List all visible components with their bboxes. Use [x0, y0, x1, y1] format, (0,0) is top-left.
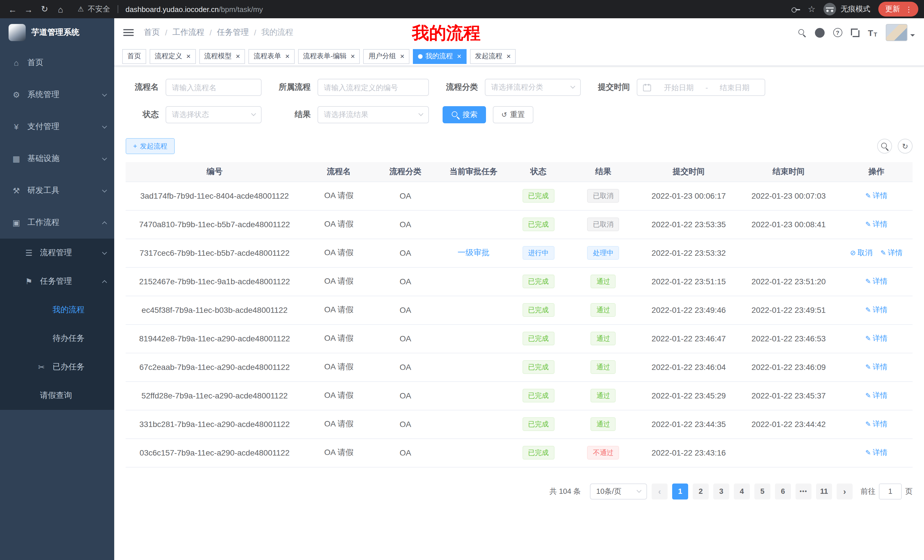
app-logo[interactable]: 芋道管理系统	[0, 18, 114, 47]
page-button-2[interactable]: 2	[693, 483, 709, 499]
prev-page-button[interactable]: ‹	[652, 483, 668, 499]
sidebar-toggle-icon[interactable]	[123, 28, 134, 36]
tab-close-icon[interactable]: ×	[457, 52, 461, 60]
cancel-action-button[interactable]: ⊘取消	[850, 248, 872, 258]
help-icon[interactable]: ?	[833, 28, 842, 37]
tab-close-icon[interactable]: ×	[400, 52, 404, 60]
refresh-table-button[interactable]: ↻	[898, 139, 913, 154]
kebab-menu-icon[interactable]: ⋮	[905, 5, 913, 13]
address-bar[interactable]: ⚠ 不安全 dashboard.yudao.iocoder.cn/bpm/tas…	[78, 4, 263, 14]
detail-action-button[interactable]: ✎详情	[865, 362, 888, 372]
reset-button[interactable]: ↺ 重置	[493, 106, 533, 123]
sidebar-item-todo-tasks[interactable]: 待办任务	[0, 324, 114, 353]
detail-action-button[interactable]: ✎详情	[865, 419, 888, 429]
detail-action-button[interactable]: ✎详情	[865, 333, 888, 344]
browser-back-icon[interactable]: ←	[6, 2, 20, 16]
sidebar-item-my-process[interactable]: 我的流程	[0, 296, 114, 324]
tab-home[interactable]: 首页	[122, 49, 146, 64]
process-definition-input[interactable]	[324, 83, 423, 91]
detail-action-button[interactable]: ✎详情	[865, 219, 888, 229]
page-button-4[interactable]: 4	[734, 483, 750, 499]
detail-action-button[interactable]: ✎详情	[865, 276, 888, 287]
password-key-icon[interactable]	[791, 5, 800, 13]
tab-process-form[interactable]: 流程表单×	[248, 49, 294, 64]
page-button-5[interactable]: 5	[754, 483, 770, 499]
avatar[interactable]	[886, 24, 908, 41]
detail-action-button[interactable]: ✎详情	[880, 248, 903, 258]
tab-user-group[interactable]: 用户分组×	[363, 49, 410, 64]
font-size-icon[interactable]: TT	[868, 28, 877, 37]
sidebar-item-dev-tools[interactable]: ⚒研发工具	[0, 175, 114, 207]
process-name-input[interactable]	[172, 83, 255, 91]
github-icon[interactable]	[814, 28, 824, 37]
approval-task-link[interactable]: 一级审批	[458, 248, 489, 257]
submit-time-range-picker[interactable]: -	[637, 79, 765, 96]
update-button[interactable]: 更新 ⋮	[878, 2, 918, 16]
sidebar-item-process-management[interactable]: ☰流程管理	[0, 239, 114, 267]
breadcrumb-item[interactable]: 首页	[144, 27, 160, 38]
status-select[interactable]: 请选择状态	[166, 106, 261, 123]
sidebar-item-system-management[interactable]: ⚙系统管理	[0, 79, 114, 111]
tab-close-icon[interactable]: ×	[285, 52, 289, 60]
tab-close-icon[interactable]: ×	[236, 52, 240, 60]
tab-my-process[interactable]: 我的流程×	[413, 49, 466, 64]
sidebar-item-leave-query[interactable]: 请假查询	[0, 381, 114, 410]
detail-action-button[interactable]: ✎详情	[865, 305, 888, 315]
sidebar-item-workflow[interactable]: ▣工作流程	[0, 207, 114, 239]
browser-home-icon[interactable]: ⌂	[54, 2, 68, 16]
detail-action-button[interactable]: ✎详情	[865, 191, 888, 201]
browser-forward-icon[interactable]: →	[22, 2, 35, 16]
table-row: 7470a810-7b9b-11ec-b5b7-acde48001122OA 请…	[126, 210, 913, 239]
cell-status: 已完成	[510, 267, 567, 296]
jump-page-input[interactable]	[879, 483, 902, 499]
search-button[interactable]: 搜索	[442, 106, 486, 123]
breadcrumb-separator: /	[210, 28, 212, 37]
cell-actions: ✎详情	[840, 296, 913, 324]
security-label[interactable]: 不安全	[88, 4, 110, 14]
start-date-input[interactable]	[654, 83, 703, 91]
category-select[interactable]: 请选择流程分类	[485, 79, 581, 96]
url-text[interactable]: dashboard.yudao.iocoder.cn/bpm/task/my	[126, 5, 263, 13]
sidebar-item-task-management[interactable]: ⚑任务管理	[0, 267, 114, 296]
tab-process-form-edit[interactable]: 流程表单-编辑×	[298, 49, 360, 64]
tab-process-model[interactable]: 流程模型×	[199, 49, 245, 64]
sidebar-item-payment-management[interactable]: ¥支付管理	[0, 111, 114, 143]
briefcase-icon: ▣	[11, 218, 21, 227]
page-size-select[interactable]: 10条/页	[590, 483, 647, 499]
toggle-search-button[interactable]	[877, 139, 892, 154]
chevron-down-icon	[102, 156, 107, 160]
page-ellipsis-button[interactable]: •••	[795, 483, 812, 499]
detail-icon: ✎	[865, 277, 871, 285]
status-tag: 已完成	[522, 303, 554, 317]
tab-start-process[interactable]: 发起流程×	[470, 49, 516, 64]
tab-close-icon[interactable]: ×	[506, 52, 510, 60]
page-button-6[interactable]: 6	[775, 483, 791, 499]
detail-action-button[interactable]: ✎详情	[865, 448, 888, 458]
start-process-button[interactable]: + 发起流程	[126, 138, 175, 154]
sidebar-item-done-tasks[interactable]: ✂已办任务	[0, 353, 114, 381]
detail-action-button[interactable]: ✎详情	[865, 391, 888, 401]
page-button-1[interactable]: 1	[672, 483, 688, 499]
profile-chip[interactable]: 无痕模式	[824, 3, 870, 15]
page-button-3[interactable]: 3	[713, 483, 729, 499]
result-select[interactable]: 请选择流结果	[318, 106, 429, 123]
search-icon[interactable]	[798, 28, 806, 37]
submit-time-label: 提交时间	[594, 82, 630, 93]
browser-reload-icon[interactable]: ↻	[38, 2, 51, 16]
next-page-button[interactable]: ›	[837, 483, 853, 499]
sidebar-item-home[interactable]: ⌂首页	[0, 47, 114, 79]
sidebar-item-infrastructure[interactable]: ▦基础设施	[0, 143, 114, 175]
fullscreen-icon[interactable]	[850, 28, 859, 37]
tab-process-definition[interactable]: 流程定义×	[150, 49, 196, 64]
page-button-11[interactable]: 11	[816, 483, 832, 499]
breadcrumb-item[interactable]: 工作流程	[172, 27, 204, 38]
column-header: 操作	[840, 162, 913, 181]
sidebar-item-label: 任务管理	[40, 276, 72, 287]
tab-close-icon[interactable]: ×	[186, 52, 190, 60]
bookmark-star-icon[interactable]: ☆	[808, 4, 816, 14]
breadcrumb-item[interactable]: 任务管理	[217, 27, 249, 38]
tab-close-icon[interactable]: ×	[351, 52, 355, 60]
end-date-input[interactable]	[710, 83, 759, 91]
cell-process-name: OA 请假	[303, 353, 374, 381]
user-menu[interactable]	[886, 24, 915, 41]
